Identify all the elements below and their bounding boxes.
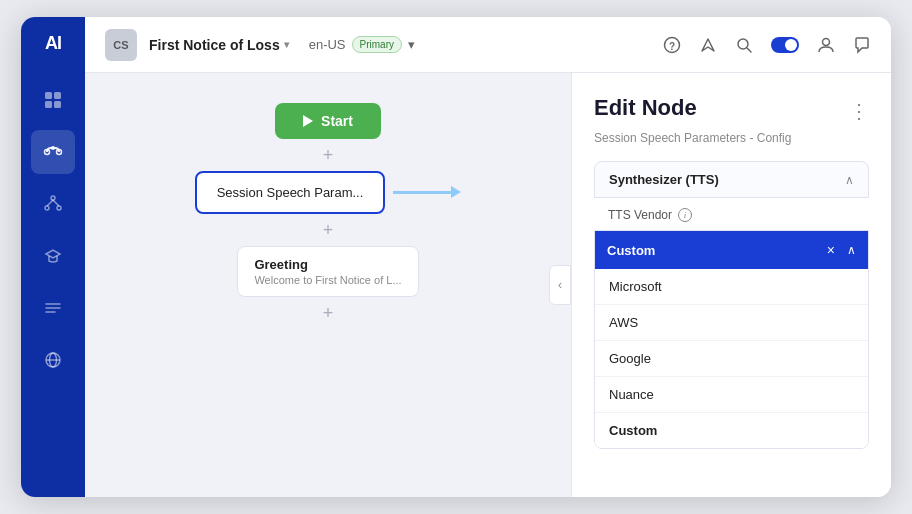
svg-text:?: ? [669, 40, 675, 51]
dropdown-item-aws[interactable]: AWS [595, 304, 868, 340]
collapse-icon: ‹ [558, 278, 562, 292]
learn-icon [42, 245, 64, 267]
svg-point-6 [51, 146, 55, 150]
dropdown-selected-row[interactable]: Custom × ∧ [595, 231, 868, 269]
topbar-icons: ? [663, 36, 871, 54]
sidebar-item-globe[interactable] [31, 338, 75, 382]
arrow-connector [393, 191, 453, 194]
sidebar: AI [21, 17, 85, 497]
plus-connector-3[interactable]: + [323, 297, 334, 329]
flow-canvas: Start + Session Speech Param... + Greeti… [85, 73, 571, 497]
greeting-node[interactable]: Greeting Welcome to First Notice of L... [237, 246, 418, 297]
synthesizer-section: Synthesizer (TTS) ∧ TTS Vendor i [572, 161, 891, 230]
dropdown-clear-button[interactable]: × [823, 240, 839, 260]
globe-icon [42, 349, 64, 371]
help-icon[interactable]: ? [663, 36, 681, 54]
svg-point-23 [785, 39, 797, 51]
dropdown-item-microsoft[interactable]: Microsoft [595, 269, 868, 304]
greeting-title: Greeting [254, 257, 401, 272]
dropdown-item-custom[interactable]: Custom [595, 412, 868, 448]
flow-icon [42, 141, 64, 163]
search-icon[interactable] [735, 36, 753, 54]
section-chevron-up-icon: ∧ [845, 173, 854, 187]
greeting-node-row: Greeting Welcome to First Notice of L... [237, 246, 418, 297]
sidebar-item-grid[interactable] [31, 78, 75, 122]
panel-title: Edit Node [594, 95, 697, 121]
main-area: CS First Notice of Loss ▾ en-US Primary … [85, 17, 891, 497]
panel-menu-icon[interactable]: ⋮ [849, 99, 869, 123]
primary-badge: Primary [352, 36, 402, 53]
dropdown-chevron-up-icon[interactable]: ∧ [847, 243, 856, 257]
svg-line-21 [747, 48, 751, 52]
sidebar-item-learn[interactable] [31, 234, 75, 278]
lang-code: en-US [309, 37, 346, 52]
plus-connector-1[interactable]: + [323, 139, 334, 171]
arrow-line [393, 191, 453, 194]
flow-title-text: First Notice of Loss [149, 37, 280, 53]
sidebar-item-flow[interactable] [31, 130, 75, 174]
user-icon[interactable] [817, 36, 835, 54]
collapse-panel-button[interactable]: ‹ [549, 265, 571, 305]
canvas-area: Start + Session Speech Param... + Greeti… [85, 73, 891, 497]
svg-line-11 [53, 200, 59, 206]
panel-subtitle: Session Speech Parameters - Config [572, 131, 891, 161]
tts-vendor-dropdown[interactable]: Custom × ∧ Microsoft AWS Google Nuance C… [594, 230, 869, 449]
svg-point-8 [45, 206, 49, 210]
nodes-icon [42, 193, 64, 215]
session-speech-node[interactable]: Session Speech Param... [195, 171, 386, 214]
svg-rect-3 [54, 101, 61, 108]
play-icon [303, 115, 313, 127]
svg-point-24 [823, 38, 830, 45]
plus-connector-2[interactable]: + [323, 214, 334, 246]
sidebar-item-nodes[interactable] [31, 182, 75, 226]
session-node-label: Session Speech Param... [217, 185, 364, 200]
lang-chevron-down-icon: ▾ [408, 37, 415, 52]
tts-vendor-row: TTS Vendor i [594, 198, 869, 230]
info-icon: i [678, 208, 692, 222]
language-selector[interactable]: en-US Primary ▾ [309, 36, 415, 53]
svg-rect-2 [45, 101, 52, 108]
right-panel: Edit Node ⋮ Session Speech Parameters - … [571, 73, 891, 497]
start-node[interactable]: Start [275, 103, 381, 139]
toggle-icon[interactable] [771, 37, 799, 53]
navigation-icon[interactable] [699, 36, 717, 54]
start-flow-item: Start [275, 103, 381, 139]
panel-header: Edit Node ⋮ [572, 73, 891, 131]
dropdown-selected-text: Custom [607, 243, 815, 258]
topbar: CS First Notice of Loss ▾ en-US Primary … [85, 17, 891, 73]
svg-rect-0 [45, 92, 52, 99]
dropdown-item-nuance[interactable]: Nuance [595, 376, 868, 412]
svg-rect-1 [54, 92, 61, 99]
svg-point-7 [51, 196, 55, 200]
app-logo: AI [45, 33, 61, 54]
session-node-row: Session Speech Param... [195, 171, 462, 214]
synthesizer-section-header[interactable]: Synthesizer (TTS) ∧ [594, 161, 869, 198]
svg-line-10 [47, 200, 53, 206]
greeting-subtitle: Welcome to First Notice of L... [254, 274, 401, 286]
svg-point-9 [57, 206, 61, 210]
dropdown-item-google[interactable]: Google [595, 340, 868, 376]
list-icon [42, 297, 64, 319]
grid-icon [42, 89, 64, 111]
flow-title[interactable]: First Notice of Loss ▾ [149, 37, 289, 53]
avatar: CS [105, 29, 137, 61]
title-chevron-down-icon: ▾ [284, 39, 289, 50]
sidebar-item-list[interactable] [31, 286, 75, 330]
start-label: Start [321, 113, 353, 129]
chat-icon[interactable] [853, 36, 871, 54]
dropdown-list: Microsoft AWS Google Nuance Custom [595, 269, 868, 448]
tts-vendor-label: TTS Vendor [608, 208, 672, 222]
section-title: Synthesizer (TTS) [609, 172, 719, 187]
